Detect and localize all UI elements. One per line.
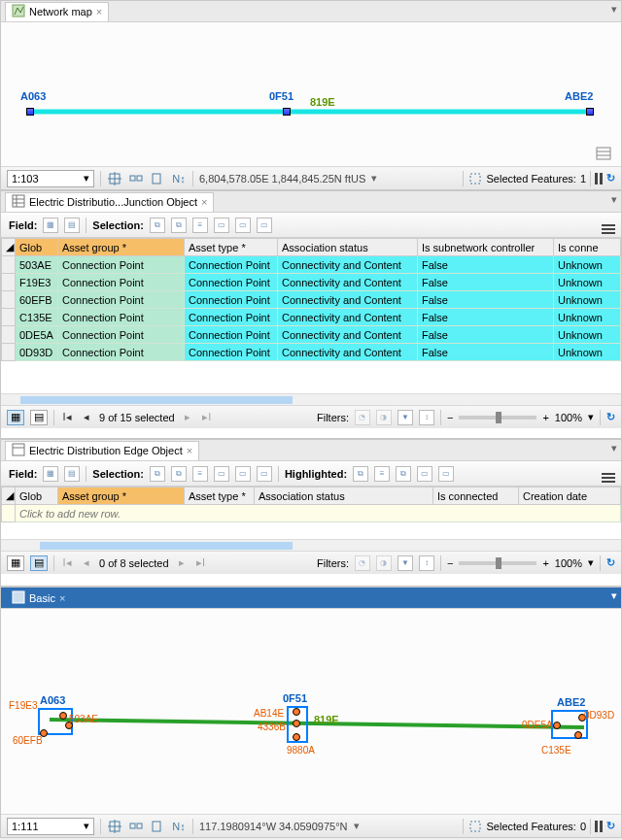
filter-icon-2[interactable]: ◑ [376,555,392,571]
nav-next-icon[interactable]: ▸ [181,411,194,424]
col-asset-type[interactable]: Asset type * [185,487,255,505]
col-assoc[interactable]: Association status [278,239,418,256]
sel-icon-3[interactable]: ≡ [192,466,208,482]
sel-icon-2[interactable]: ⧉ [171,218,187,233]
feature-point[interactable] [293,708,300,716]
zoom-dropdown-icon[interactable]: ▾ [588,411,594,423]
feature-point[interactable] [293,733,300,741]
filter-icon-1[interactable]: ◔ [355,555,370,571]
filter-icon-1[interactable]: ◔ [355,410,370,425]
table-row[interactable]: 60EFBConnection PointConnection PointCon… [2,291,621,309]
refresh-icon[interactable]: ↻ [606,556,615,569]
selection-icon[interactable] [467,819,483,834]
sel-icon-5[interactable]: ▭ [235,218,251,233]
filter-arrows-icon[interactable]: ↕ [419,555,434,571]
tool-icon-4[interactable]: N↕ [171,171,187,186]
table-row[interactable]: 0DE5AConnection PointConnection PointCon… [2,326,621,344]
node-a063[interactable] [26,108,34,116]
tool-icon-2[interactable] [128,171,144,186]
col-asset-group[interactable]: Asset group * [58,239,185,256]
sel-icon-3[interactable]: ≡ [192,218,208,233]
refresh-icon[interactable]: ↻ [606,172,615,185]
sel-icon-4[interactable]: ▭ [214,218,229,233]
refresh-icon[interactable]: ↻ [606,411,615,423]
zoom-slider[interactable] [459,561,536,565]
filter-funnel-icon[interactable]: ▼ [397,410,413,425]
hl-icon-5[interactable]: ▭ [438,466,454,482]
zoom-dropdown-icon[interactable]: ▾ [588,556,594,569]
tool-icon-1[interactable] [107,819,122,834]
close-icon[interactable]: × [201,196,207,208]
hamburger-icon[interactable] [602,465,615,483]
row-selector[interactable] [2,256,16,274]
feature-point[interactable] [553,722,561,729]
sel-icon-6[interactable]: ▭ [257,218,272,233]
feature-point[interactable] [574,731,582,739]
feature-point[interactable] [293,720,300,727]
tool-icon-2[interactable] [128,819,144,834]
coord-dropdown-icon[interactable]: ▾ [371,172,377,185]
filter-icon-2[interactable]: ◑ [376,410,392,425]
feature-point[interactable] [59,712,67,720]
row-selector[interactable] [2,326,16,344]
collapse-icon[interactable]: ▾ [611,3,617,16]
collapse-icon[interactable]: ▾ [611,442,617,454]
table-row[interactable]: 0D93DConnection PointConnection PointCon… [2,344,621,361]
row-selector[interactable] [2,274,16,291]
col-date[interactable]: Creation date [519,487,621,505]
collapse-icon[interactable]: ▾ [611,589,617,602]
nav-last-icon[interactable]: ▸I [200,411,214,424]
col-subnet[interactable]: Is subnetwork controller [418,239,554,256]
table-row[interactable]: 503AEConnection PointConnection PointCon… [2,256,621,274]
pause-icon[interactable] [595,821,603,832]
pause-icon[interactable] [595,173,603,185]
selection-icon[interactable] [467,171,483,186]
hl-icon-2[interactable]: ≡ [374,466,390,482]
col-asset-group[interactable]: Asset group * [58,487,185,505]
table-preview-icon[interactable] [596,147,611,162]
sel-icon-5[interactable]: ▭ [235,466,251,482]
hscrollbar[interactable] [1,539,621,551]
tab-edge-object[interactable]: Electric Distribution Edge Object × [5,441,199,460]
view-all-toggle[interactable]: ▦ [7,410,24,425]
map2-canvas[interactable]: A063 F19E3 503AE 60EFB 0F51 AB14E 4336B … [1,609,621,814]
hl-icon-4[interactable]: ▭ [417,466,432,482]
col-glob[interactable]: Glob [16,239,58,256]
nav-last-icon[interactable]: ▸I [194,556,208,570]
sel-icon-2[interactable]: ⧉ [171,466,187,482]
row-selector[interactable] [2,344,16,361]
zoom-plus[interactable]: + [542,412,548,423]
tool-icon-3[interactable] [150,171,165,186]
tool-icon-4[interactable]: N↕ [171,819,187,834]
hl-icon-3[interactable]: ⧉ [396,466,411,482]
nav-next-icon[interactable]: ▸ [175,556,189,570]
view-sel-toggle[interactable]: ▤ [30,555,48,571]
zoom-plus[interactable]: + [542,557,548,569]
scale-combo[interactable]: 1:103▾ [7,170,94,187]
hl-icon-1[interactable]: ⧉ [353,466,368,482]
col-assoc[interactable]: Association status [255,487,433,505]
field-add-icon[interactable]: ▦ [43,466,58,482]
table-row[interactable]: C135EConnection PointConnection PointCon… [2,309,621,326]
row-selector-header[interactable]: ◢ [2,239,16,256]
sel-icon-1[interactable]: ⧉ [150,218,165,233]
table1-grid[interactable]: ◢ Glob Asset group * Asset type * Associ… [1,238,621,393]
hamburger-icon[interactable] [602,217,615,234]
nav-first-icon[interactable]: I◂ [60,411,74,424]
table-row[interactable]: F19E3Connection PointConnection PointCon… [2,274,621,291]
collapse-icon[interactable]: ▾ [611,193,617,206]
zoom-minus[interactable]: − [447,412,453,423]
table2-grid[interactable]: ◢ Glob Asset group * Asset type * Associ… [1,487,621,539]
close-icon[interactable]: × [59,592,65,604]
row-selector-header[interactable]: ◢ [2,487,16,505]
refresh-icon[interactable]: ↻ [606,820,615,832]
close-icon[interactable]: × [96,6,102,17]
col-asset-type[interactable]: Asset type * [185,239,278,256]
row-selector[interactable] [2,291,16,309]
nav-prev-icon[interactable]: ◂ [80,556,93,570]
view-sel-toggle[interactable]: ▤ [30,410,48,425]
map1-canvas[interactable]: A063 0F51 819E ABE2 [1,22,621,166]
tab-network-map[interactable]: Network map × [5,2,109,21]
add-row[interactable]: Click to add new row. [2,505,621,522]
zoom-minus[interactable]: − [447,557,453,569]
